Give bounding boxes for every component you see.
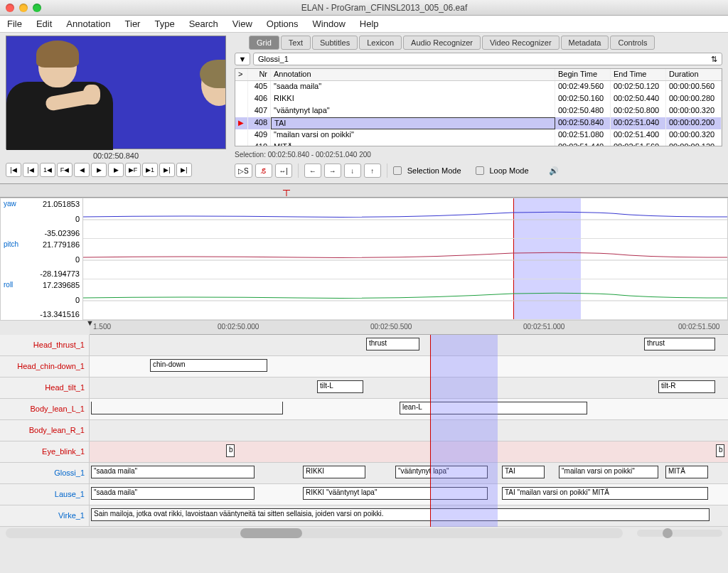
tier-name[interactable]: Head_tilt_1 bbox=[0, 377, 90, 398]
time-ruler[interactable]: ▼ 1.500 00:02:50.000 00:02:50.500 00:02:… bbox=[90, 321, 728, 335]
zoom-slider-thumb[interactable] bbox=[663, 528, 673, 538]
wave-graph[interactable] bbox=[83, 198, 727, 239]
annotation[interactable]: TAI "mailan varsi on poikki" MITÄ bbox=[502, 487, 708, 500]
scrollbar-thumb[interactable] bbox=[240, 528, 302, 538]
annotation[interactable]: lean-L bbox=[400, 402, 587, 414]
grid-cell-annotation[interactable]: MITÄ bbox=[271, 141, 555, 146]
tier-track[interactable]: bb bbox=[90, 441, 728, 462]
grid-cell-annotation[interactable]: "mailan varsi on poikki" bbox=[271, 129, 555, 141]
tier-track[interactable]: lean-L bbox=[90, 399, 728, 419]
go-begin-button[interactable]: |◀ bbox=[6, 163, 21, 177]
sel-down-button[interactable]: ↓ bbox=[344, 164, 361, 178]
tier-name[interactable]: Eye_blink_1 bbox=[0, 441, 90, 462]
menu-edit[interactable]: Edit bbox=[36, 18, 52, 29]
wave-graph[interactable] bbox=[83, 279, 727, 320]
grid-row[interactable]: 409 "mailan varsi on poikki" 00:02:51.08… bbox=[235, 129, 722, 141]
annotation[interactable]: tilt-R bbox=[658, 380, 715, 393]
menu-file[interactable]: File bbox=[7, 18, 22, 29]
prev-frame-1s-button[interactable]: 1◀ bbox=[40, 163, 55, 177]
grid-col-nr[interactable]: Nr bbox=[248, 69, 271, 80]
go-end-button[interactable]: ▶| bbox=[176, 163, 192, 177]
annotation[interactable]: "mailan varsi on poikki" bbox=[559, 466, 658, 478]
tab-audio-recognizer[interactable]: Audio Recognizer bbox=[403, 36, 481, 50]
toggle-crosshair-button[interactable]: ↔| bbox=[275, 164, 292, 178]
grid-row[interactable]: 405 "saada maila" 00:02:49.560 00:02:50.… bbox=[235, 81, 722, 93]
next-pixel-button[interactable]: ▶ bbox=[108, 163, 124, 177]
tier-name[interactable]: Body_lean_L_1 bbox=[0, 399, 90, 419]
tab-controls[interactable]: Controls bbox=[610, 36, 655, 50]
annotation[interactable]: thrust bbox=[644, 338, 715, 350]
tab-grid[interactable]: Grid bbox=[249, 36, 279, 50]
grid-col-begin[interactable]: Begin Time bbox=[555, 69, 611, 80]
grid-cell-annotation[interactable]: RIKKI bbox=[271, 93, 555, 105]
next-frame-button[interactable]: ▶F bbox=[125, 163, 141, 177]
menu-type[interactable]: Type bbox=[154, 18, 174, 29]
tier-select-mode-button[interactable]: ▼ bbox=[235, 53, 250, 65]
annotation[interactable]: TAI bbox=[502, 466, 545, 478]
tier-name[interactable]: Head_thrust_1 bbox=[0, 335, 90, 355]
menu-annotation[interactable]: Annotation bbox=[66, 18, 110, 29]
tier-track[interactable]: Sain mailoja, jotka ovat rikki, lavoista… bbox=[90, 505, 728, 526]
play-selection-button[interactable]: ▷S bbox=[235, 164, 252, 178]
tier-track[interactable]: thrustthrust bbox=[90, 335, 728, 355]
tier-name[interactable]: Virke_1 bbox=[0, 505, 90, 526]
annotation[interactable]: MITÄ bbox=[665, 466, 708, 478]
tier-track[interactable] bbox=[90, 420, 728, 441]
maximize-window-button[interactable] bbox=[33, 4, 41, 12]
annotation[interactable]: tilt-L bbox=[317, 380, 363, 393]
tab-subtitles[interactable]: Subtitles bbox=[312, 36, 358, 50]
grid-col-duration[interactable]: Duration bbox=[666, 69, 722, 80]
tier-track[interactable]: chin-down bbox=[90, 356, 728, 377]
tier-dropdown[interactable]: Glossi_1 ⇅ bbox=[253, 53, 722, 65]
wave-graph[interactable] bbox=[83, 239, 727, 279]
tier-track[interactable]: tilt-Ltilt-R bbox=[90, 377, 728, 398]
tab-text[interactable]: Text bbox=[281, 36, 311, 50]
video-viewer[interactable] bbox=[6, 36, 226, 149]
next-scroll-button[interactable]: ▶| bbox=[159, 163, 175, 177]
annotation[interactable] bbox=[91, 402, 283, 414]
menu-options[interactable]: Options bbox=[267, 18, 299, 29]
next-frame-1s-button[interactable]: ▶1 bbox=[142, 163, 158, 177]
tab-video-recognizer[interactable]: Video Recognizer bbox=[482, 36, 560, 50]
menu-window[interactable]: Window bbox=[313, 18, 346, 29]
grid-cell-annotation[interactable]: "vääntynyt lapa" bbox=[271, 105, 555, 117]
annotation[interactable]: RIKKI "vääntynyt lapa" bbox=[303, 487, 488, 500]
annotation[interactable]: RIKKI bbox=[303, 466, 365, 478]
tier-track[interactable]: "saada maila"RIKKI"vääntynyt lapa"TAI"ma… bbox=[90, 463, 728, 483]
playhead-top-marker[interactable]: ┬ bbox=[283, 184, 290, 196]
sel-right-button[interactable]: → bbox=[324, 164, 341, 178]
grid-col-annotation[interactable]: Annotation bbox=[271, 69, 555, 80]
menu-search[interactable]: Search bbox=[189, 18, 218, 29]
grid-cell-annotation[interactable]: "saada maila" bbox=[271, 81, 555, 93]
grid-row[interactable]: 410 MITÄ 00:02:51.440 00:02:51.560 00:00… bbox=[235, 141, 722, 146]
annotation[interactable]: chin-down bbox=[150, 359, 267, 372]
annotation[interactable]: b bbox=[226, 444, 235, 457]
tab-lexicon[interactable]: Lexicon bbox=[359, 36, 402, 50]
prev-pixel-button[interactable]: ◀ bbox=[74, 163, 90, 177]
annotation[interactable]: "saada maila" bbox=[91, 487, 255, 500]
clear-selection-button[interactable]: S̸ bbox=[255, 164, 272, 178]
tier-name[interactable]: Head_chin-down_1 bbox=[0, 356, 90, 377]
tier-name[interactable]: Glossi_1 bbox=[0, 463, 90, 483]
menu-help[interactable]: Help bbox=[360, 18, 379, 29]
close-window-button[interactable] bbox=[6, 4, 14, 12]
timeline-ruler[interactable]: ┬ bbox=[0, 183, 728, 198]
sel-left-button[interactable]: ← bbox=[304, 164, 321, 178]
sel-up-button[interactable]: ↑ bbox=[364, 164, 381, 178]
horizontal-scrollbar[interactable] bbox=[0, 527, 728, 540]
minimize-window-button[interactable] bbox=[19, 4, 28, 12]
selection-mode-checkbox[interactable] bbox=[393, 166, 402, 175]
loop-mode-checkbox[interactable] bbox=[476, 166, 484, 175]
menu-view[interactable]: View bbox=[232, 18, 252, 29]
grid-row[interactable]: 407 "vääntynyt lapa" 00:02:50.480 00:02:… bbox=[235, 105, 722, 117]
grid-cell-annotation[interactable]: TAI bbox=[271, 117, 555, 129]
annotation[interactable]: thrust bbox=[366, 338, 419, 350]
tier-name[interactable]: Lause_1 bbox=[0, 484, 90, 505]
grid-row[interactable]: ▶ 408 TAI 00:02:50.840 00:02:51.040 00:0… bbox=[235, 117, 722, 129]
grid-col-end[interactable]: End Time bbox=[611, 69, 666, 80]
annotation-grid[interactable]: > Nr Annotation Begin Time End Time Dura… bbox=[235, 68, 722, 146]
annotation[interactable]: "vääntynyt lapa" bbox=[395, 466, 488, 478]
speaker-icon[interactable]: 🔊 bbox=[549, 166, 559, 176]
grid-row[interactable]: 406 RIKKI 00:02:50.160 00:02:50.440 00:0… bbox=[235, 93, 722, 105]
play-button[interactable]: ▶ bbox=[91, 163, 107, 177]
